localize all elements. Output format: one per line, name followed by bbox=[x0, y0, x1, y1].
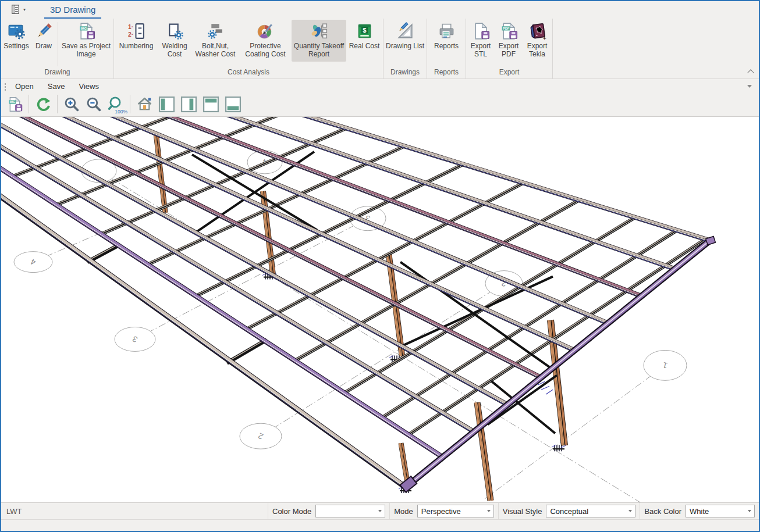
settings-icon bbox=[7, 22, 26, 41]
quick-toolbar: OpenSaveViews 100% bbox=[1, 79, 759, 117]
app-menu-button[interactable]: ▾ bbox=[8, 3, 28, 16]
ribbon-group-drawing: SettingsDrawSave as Project ImageDrawing bbox=[1, 19, 114, 78]
draw-icon bbox=[34, 22, 54, 41]
grid-bubble: 4 bbox=[14, 252, 52, 273]
chevron-down-icon[interactable] bbox=[375, 510, 385, 512]
home-view-button[interactable] bbox=[133, 93, 155, 115]
numbering-button[interactable]: Numbering bbox=[115, 20, 158, 62]
home-icon bbox=[136, 96, 153, 113]
tab-3d-drawing[interactable]: 3D Drawing bbox=[44, 2, 101, 19]
button-label: Save as Project Image bbox=[59, 42, 113, 58]
zoom-level-label: 100% bbox=[115, 109, 127, 115]
export-tekla-button[interactable]: Export Tekla bbox=[523, 20, 552, 62]
visual-style-combobox[interactable]: Conceptual bbox=[546, 505, 635, 517]
view-right-button[interactable] bbox=[177, 93, 200, 115]
menu-save[interactable]: Save bbox=[43, 81, 70, 92]
field-label: Visual Style bbox=[503, 507, 542, 516]
protective-coating-cost-button[interactable]: Protective Coating Cost bbox=[239, 20, 292, 62]
field-label: Mode bbox=[394, 507, 413, 516]
bolt-nut-icon bbox=[206, 22, 225, 41]
status-field-back-color: Back ColorWhite bbox=[640, 503, 759, 519]
button-label: Drawing List bbox=[384, 42, 426, 50]
reports-icon bbox=[437, 22, 456, 41]
welding-cost-button[interactable]: Welding Cost bbox=[158, 20, 191, 62]
separator bbox=[130, 95, 130, 113]
status-field-mode: ModePerspective bbox=[389, 503, 498, 519]
zoomout-icon bbox=[86, 96, 102, 113]
zoom-100-button[interactable]: 100% bbox=[105, 93, 127, 115]
app-menu-icon bbox=[10, 4, 22, 15]
ribbon-group-export: Export STLExport PDFExport TeklaExport bbox=[466, 19, 553, 78]
export-stl-button[interactable]: Export STL bbox=[467, 20, 495, 62]
ribbon: SettingsDrawSave as Project ImageDrawing… bbox=[1, 19, 759, 79]
button-label: Bolt,Nut, Washer Cost bbox=[191, 42, 239, 58]
mode-combobox[interactable]: Perspective bbox=[417, 505, 494, 517]
tab-label: 3D Drawing bbox=[50, 5, 95, 15]
zoom-in-button[interactable] bbox=[61, 93, 83, 115]
group-label: Drawing bbox=[1, 67, 113, 78]
view-left-button[interactable] bbox=[155, 93, 177, 115]
save-image-button[interactable] bbox=[3, 93, 26, 115]
chevron-down-icon[interactable] bbox=[626, 510, 635, 512]
drawing-list-icon bbox=[396, 22, 415, 41]
group-label: Drawings bbox=[383, 67, 427, 78]
export-tekla-icon bbox=[528, 22, 547, 41]
viewbottom-icon bbox=[225, 96, 242, 113]
combobox-value: White bbox=[686, 507, 745, 516]
ribbon-collapse-button[interactable] bbox=[748, 69, 753, 74]
button-label: Numbering bbox=[115, 42, 158, 50]
toolbar-icon-row: 100% bbox=[1, 92, 759, 116]
view-top-button[interactable] bbox=[200, 93, 222, 115]
back-color-combobox[interactable]: White bbox=[686, 505, 755, 517]
group-label: Export bbox=[466, 67, 552, 78]
ribbon-group-drawings: Drawing ListDrawings bbox=[383, 19, 427, 78]
refresh-icon bbox=[35, 96, 52, 113]
group-label: Cost Analysis bbox=[114, 67, 383, 78]
menu-open[interactable]: Open bbox=[10, 81, 38, 92]
reports-button[interactable]: Reports bbox=[428, 20, 465, 62]
viewright-icon bbox=[180, 96, 197, 113]
button-label: Export STL bbox=[467, 42, 495, 58]
toolbar-menu-row: OpenSaveViews bbox=[1, 79, 759, 92]
real-cost-button[interactable]: Real Cost bbox=[346, 20, 382, 62]
viewport-3d[interactable]: 4324321 bbox=[1, 117, 759, 502]
button-label: Protective Coating Cost bbox=[239, 42, 292, 58]
structure-drawing: 4324321 bbox=[1, 117, 759, 502]
quantity-takeoff-report-button[interactable]: Quantity Takeoff Report bbox=[292, 20, 346, 62]
status-field-color-mode: Color Mode bbox=[268, 503, 389, 519]
toolbar-grip[interactable] bbox=[3, 82, 6, 91]
export-stl-icon bbox=[471, 22, 491, 41]
menu-views[interactable]: Views bbox=[74, 81, 103, 92]
drawing-list-button[interactable]: Drawing List bbox=[384, 20, 426, 62]
coating-icon bbox=[256, 22, 275, 41]
ribbon-group-reports: ReportsReports bbox=[427, 19, 466, 78]
zoom-out-button[interactable] bbox=[83, 93, 105, 115]
image-save-icon bbox=[77, 22, 96, 41]
grid-bubble: 2 bbox=[240, 423, 282, 449]
ribbon-group-cost-analysis: NumberingWelding CostBolt,Nut, Washer Co… bbox=[114, 19, 383, 78]
export-pdf-icon bbox=[499, 22, 518, 41]
view-bottom-button[interactable] bbox=[222, 93, 244, 115]
real-cost-icon bbox=[355, 22, 374, 41]
column bbox=[154, 133, 166, 213]
refresh-view-button[interactable] bbox=[32, 93, 54, 115]
chevron-down-icon: ▾ bbox=[23, 7, 26, 12]
ribbon-tab-row: ▾ 3D Drawing bbox=[1, 1, 759, 19]
save-as-project-image-button[interactable]: Save as Project Image bbox=[59, 20, 113, 62]
draw-button[interactable]: Draw bbox=[31, 20, 56, 62]
separator bbox=[57, 95, 58, 113]
separator bbox=[58, 22, 58, 66]
button-label: Draw bbox=[31, 42, 56, 50]
zoomin-icon bbox=[63, 96, 80, 113]
field-label: Back Color bbox=[644, 507, 681, 516]
chevron-down-icon[interactable] bbox=[484, 510, 493, 512]
chevron-down-icon[interactable] bbox=[745, 510, 754, 512]
button-label: Quantity Takeoff Report bbox=[292, 42, 346, 58]
toolbar-overflow-button[interactable] bbox=[747, 85, 752, 88]
bolt-nut-washer-cost-button[interactable]: Bolt,Nut, Washer Cost bbox=[191, 20, 239, 62]
settings-button[interactable]: Settings bbox=[2, 20, 31, 62]
export-pdf-button[interactable]: Export PDF bbox=[495, 20, 523, 62]
color-mode-combobox[interactable] bbox=[315, 505, 385, 517]
imgsave-icon bbox=[6, 96, 23, 113]
status-bar: LWT Color ModeModePerspectiveVisual Styl… bbox=[1, 502, 759, 519]
